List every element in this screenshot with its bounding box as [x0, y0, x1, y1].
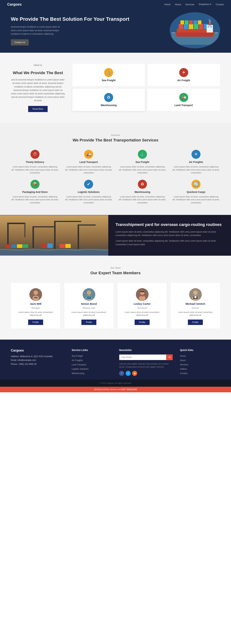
air-freights-service-name: Air Freights — [189, 160, 203, 164]
service-item-packaging: 📦 Packaging And Store Lorem ipsum dolor … — [11, 180, 59, 204]
packaging-icon: 📦 — [30, 180, 40, 189]
land-transport-service-name: Land Transport — [80, 160, 98, 164]
profile-button-michael-smitch[interactable]: Profile — [188, 320, 203, 325]
svg-rect-20 — [7, 223, 9, 248]
team-member-name-0: Jack Will — [30, 302, 41, 305]
team-member-name-2: Lesley Carter — [134, 302, 151, 305]
about-title: What We Provide The Best — [11, 70, 65, 75]
newsletter-email-input[interactable] — [119, 354, 166, 360]
rss-icon[interactable]: ◉ — [132, 371, 137, 376]
footer-link-land-transport[interactable]: Land Transport — [72, 363, 112, 366]
footer-email-label: Email — [11, 359, 16, 362]
svg-rect-26 — [54, 221, 81, 222]
land-transport-icon: 🚛 — [179, 93, 188, 102]
team-grid: Jack Will Manager Lorem ipsum dolor sit … — [11, 282, 220, 329]
land-transport-service-icon: 🚛 — [84, 150, 93, 159]
logistic-icon: ✔ — [84, 180, 93, 189]
footer-link-logistic[interactable]: Logistic Solutions — [72, 368, 112, 370]
contact-us-button[interactable]: Contact Us — [11, 39, 29, 46]
quick-link-gallery[interactable]: Gallery — [180, 368, 220, 370]
service-item-land-transport: 🚛 Land Transport Lorem ipsum dolor sit a… — [64, 150, 113, 174]
footer-link-sea-freight[interactable]: Sea Freight — [72, 354, 112, 357]
footer-quick-links-list: Home About Services Gallery Contact — [180, 354, 220, 374]
footer-phone: Phone: +000) 123 4565 32 — [11, 362, 64, 366]
service-card-land-transport: 🚛 Land Transport — [147, 88, 220, 111]
services-section: Services We Provide The Best Transportat… — [0, 123, 231, 215]
team-card-simon-bond: Simon Bond Delivery man Lorem ipsum dolo… — [64, 282, 114, 329]
nav-item-contact[interactable]: Contact — [216, 3, 224, 6]
service-card-sea-freight: ⚓ Sea Freight — [72, 64, 145, 86]
about-subtitle: About us — [11, 64, 65, 67]
svg-rect-30 — [11, 244, 16, 248]
sea-freight-label: Sea Freight — [102, 79, 116, 82]
air-freight-label: Air Freight — [178, 79, 190, 82]
twitter-icon[interactable]: t — [126, 371, 131, 376]
logistic-name: Logistic Solutions — [78, 190, 100, 194]
warehousing-icon: ♻ — [104, 93, 113, 102]
packaging-name: Packaging And Store — [22, 190, 48, 194]
warehousing-service-name: Warehousing — [134, 190, 150, 194]
newsletter-submit-button[interactable]: ✉ — [166, 354, 173, 360]
footer-phone-label: Phone — [11, 363, 17, 366]
about-section: About us What We Provide The Best sed do… — [0, 53, 231, 123]
social-icons: f t ◉ — [119, 371, 173, 376]
footer-address-value: Melbourne st, QLD 4101 Australia — [20, 355, 52, 358]
watermark-text: 访问前往社区bbs.xienhuo.com免费下载更多源码 — [94, 388, 137, 390]
hero-text: We Provide The Best Solution For Your Tr… — [11, 16, 220, 46]
avatar-jack-will — [30, 288, 42, 301]
hero-description: eiusmod tempor incididunt ut Lorem ipsum… — [11, 25, 65, 36]
footer-link-warehousing[interactable]: Warehousing — [72, 372, 112, 374]
team-member-role-3: Director — [192, 307, 199, 309]
service-item-timely-delivery: ⏱ Timely Delivery Lorem ipsum dolor sit … — [11, 150, 59, 174]
nav-item-services[interactable]: Services — [185, 3, 194, 6]
warehousing-service-icon: ♻ — [138, 180, 147, 189]
footer-service-links: Service Links Sea Freight Air Freights L… — [72, 348, 112, 376]
quick-link-home[interactable]: Home — [180, 354, 220, 357]
read-more-button[interactable]: Read More — [28, 106, 48, 112]
nav-links: Home About Services Dropdown ▾ Contact — [164, 3, 224, 6]
services-title: We Provide The Best Transportation Servi… — [11, 138, 220, 142]
transshipment-text: Transshipment yard for overseas cargo-ro… — [108, 215, 231, 256]
svg-rect-29 — [6, 244, 11, 248]
sea-freight-icon: ⚓ — [104, 68, 113, 77]
nav-item-dropdown[interactable]: Dropdown ▾ — [199, 3, 211, 6]
svg-rect-27 — [78, 224, 79, 250]
quick-link-contact[interactable]: Contact — [180, 372, 220, 374]
service-card-air-freight: ✈ Air Freight — [147, 64, 220, 86]
nav-item-about[interactable]: About — [175, 3, 181, 6]
copyright-text: © 2023 Cargoes. All rights reserved. — [100, 382, 132, 384]
svg-rect-21 — [7, 223, 25, 224]
profile-button-jack-will[interactable]: Profile — [28, 320, 43, 325]
footer-newsletter-desc: vehicula velit sagittis vehicula. Duis p… — [119, 362, 173, 369]
timely-delivery-desc: Lorem ipsum dolor sit amet, consectetur … — [11, 165, 59, 174]
svg-point-42 — [87, 290, 91, 295]
warehousing-label: Warehousing — [101, 104, 116, 107]
team-card-jack-will: Jack Will Manager Lorem ipsum dolor sit … — [11, 282, 60, 329]
footer-quick-links: Quick links Home About Services Gallery … — [180, 348, 220, 376]
quick-link-about[interactable]: About — [180, 359, 220, 362]
svg-rect-25 — [54, 221, 56, 250]
footer-address: Address: Melbourne st, QLD 4101 Australi… — [11, 354, 64, 358]
profile-button-simon-bond[interactable]: Profile — [82, 320, 96, 325]
team-card-michael-smitch: Michael Smitch Director Lorem ipsum dolo… — [170, 282, 220, 329]
avatar-lesley-carter — [136, 288, 148, 301]
team-member-desc-2: Lorem ipsum dolor sit amet consectetur a… — [120, 311, 164, 317]
svg-point-49 — [193, 290, 198, 295]
team-card-lesley-carter: Lesley Carter Technician Lorem ipsum dol… — [117, 282, 167, 329]
svg-rect-36 — [65, 244, 71, 248]
facebook-icon[interactable]: f — [119, 371, 124, 376]
team-member-role-1: Delivery man — [82, 307, 95, 309]
team-member-role-2: Technician — [137, 307, 147, 309]
service-item-quickest: 🔄 Quickest Cargo Lorem ipsum dolor sit a… — [172, 180, 220, 204]
logistic-desc: Lorem ipsum dolor sit amet, consectetur … — [64, 195, 113, 204]
about-services-grid: ⚓ Sea Freight ✈ Air Freight ♻ Warehousin… — [72, 64, 220, 111]
footer-link-air-freights[interactable]: Air Freights — [72, 359, 112, 362]
profile-button-lesley-carter[interactable]: Profile — [135, 320, 150, 325]
team-member-role-0: Manager — [32, 307, 40, 309]
timely-delivery-icon: ⏱ — [30, 150, 40, 159]
svg-point-47 — [139, 296, 146, 300]
nav-item-home[interactable]: Home — [164, 3, 170, 6]
team-title: Our Expert Team Members — [11, 271, 220, 275]
quick-link-services[interactable]: Services — [180, 363, 220, 366]
transshipment-title: Transshipment yard for overseas cargo-ro… — [116, 222, 224, 227]
